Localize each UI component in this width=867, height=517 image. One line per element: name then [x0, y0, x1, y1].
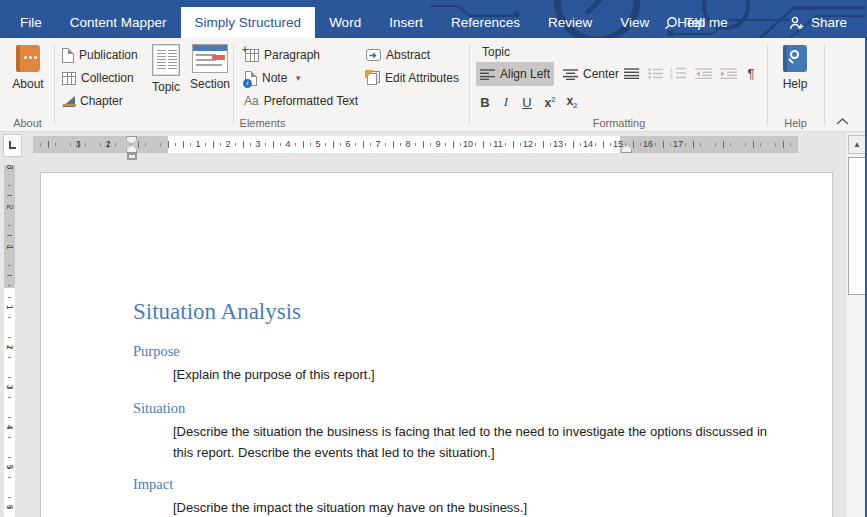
- tab-simply-structured[interactable]: Simply Structured: [181, 7, 316, 38]
- left-indent-marker[interactable]: [127, 153, 137, 160]
- doc-body-impact: [Describe the impact the situation may h…: [173, 497, 773, 517]
- show-formatting-marks-button[interactable]: ¶: [742, 62, 760, 84]
- note-dropdown-caret-icon[interactable]: ▼: [294, 74, 302, 83]
- paragraph-label: Paragraph: [264, 48, 320, 62]
- about-button[interactable]: About: [5, 41, 51, 111]
- bold-icon: B: [480, 95, 489, 110]
- ribbon-group-formatting: Topic Align Left Center: [470, 38, 768, 131]
- edit-attributes-icon: [366, 71, 380, 85]
- justify-button[interactable]: [620, 62, 642, 84]
- info-badge-icon: i: [243, 79, 252, 88]
- horizontal-ruler: 32 123456789101112131415 1617: [33, 136, 798, 153]
- vruler-numbers-top: 321: [4, 147, 15, 267]
- note-page-icon: i: [245, 71, 257, 86]
- ribbon-tabs: File Content Mapper Simply Structured Wo…: [6, 7, 719, 38]
- italic-button[interactable]: I: [498, 91, 514, 113]
- doc-heading-impact: Impact: [133, 476, 832, 493]
- abstract-label: Abstract: [386, 48, 430, 62]
- publication-button[interactable]: Publication: [62, 44, 138, 66]
- document-page[interactable]: Situation Analysis Purpose [Explain the …: [40, 172, 833, 517]
- elements-group-label: Elements: [55, 117, 470, 129]
- chapter-icon: [62, 96, 75, 107]
- increase-indent-button[interactable]: [716, 62, 740, 84]
- preformatted-text-label: Preformatted Text: [264, 94, 359, 108]
- chapter-label: Chapter: [80, 94, 123, 108]
- topic-label: Topic: [152, 80, 180, 94]
- section-document-icon: [193, 45, 227, 72]
- tab-file[interactable]: File: [6, 7, 56, 38]
- ruler-numbers-main: 123456789101112131415: [183, 136, 633, 153]
- aa-icon: Aa: [244, 94, 259, 108]
- collection-button[interactable]: Collection: [62, 67, 134, 89]
- ribbon-group-help: Help Help: [768, 38, 823, 131]
- tell-me-button[interactable]: Tell me: [664, 7, 728, 38]
- note-label: Note: [262, 71, 287, 85]
- doc-title: Situation Analysis: [133, 299, 832, 325]
- underline-button[interactable]: U: [518, 91, 536, 113]
- ribbon-group-about: About About: [0, 38, 55, 131]
- paragraph-button[interactable]: + Paragraph: [245, 44, 320, 66]
- align-center-icon: [563, 69, 578, 80]
- current-style-label: Topic: [482, 45, 510, 59]
- ruler-numbers-left: 32: [63, 136, 123, 153]
- collapse-ribbon-chevron-icon[interactable]: [836, 118, 849, 125]
- tab-content-mapper[interactable]: Content Mapper: [56, 7, 181, 38]
- vertical-scrollbar[interactable]: ▲: [845, 133, 867, 517]
- tab-references[interactable]: References: [437, 7, 534, 38]
- tab-review[interactable]: Review: [534, 7, 606, 38]
- tell-me-label: Tell me: [685, 7, 728, 38]
- document-content: Situation Analysis Purpose [Explain the …: [41, 173, 832, 517]
- title-tab-bar: File Content Mapper Simply Structured Wo…: [0, 0, 867, 38]
- bullet-list-icon: [648, 68, 663, 79]
- note-button[interactable]: i Note ▼: [245, 67, 302, 89]
- bold-button[interactable]: B: [476, 91, 494, 113]
- help-button[interactable]: Help: [772, 41, 818, 111]
- chapter-button[interactable]: Chapter: [62, 90, 123, 112]
- magnifier-icon: [664, 16, 678, 30]
- tab-insert[interactable]: Insert: [375, 7, 437, 38]
- scrollbar-thumb[interactable]: [848, 157, 866, 295]
- topic-document-icon: [153, 45, 179, 75]
- collection-grid-icon: [62, 72, 76, 85]
- superscript-button[interactable]: x2: [540, 91, 560, 113]
- subscript-button[interactable]: x2: [562, 91, 582, 113]
- decrease-indent-button[interactable]: [691, 62, 715, 84]
- tab-view[interactable]: View: [606, 7, 663, 38]
- abstract-button[interactable]: ➜ Abstract: [366, 44, 430, 66]
- align-left-icon: [480, 69, 495, 80]
- share-label: Share: [811, 7, 847, 38]
- scroll-up-button[interactable]: ▲: [848, 135, 866, 154]
- publication-page-icon: [62, 48, 74, 63]
- edit-attributes-button[interactable]: Edit Attributes: [366, 67, 459, 89]
- center-button[interactable]: Center: [559, 62, 623, 86]
- group-separator: [824, 44, 825, 125]
- center-label: Center: [583, 67, 619, 81]
- about-book-icon: [16, 45, 40, 72]
- publication-label: Publication: [79, 48, 138, 62]
- numbered-list-icon: 123: [670, 67, 686, 79]
- collection-label: Collection: [81, 71, 134, 85]
- share-person-icon: [789, 16, 804, 30]
- numbered-list-button[interactable]: 123: [666, 62, 690, 84]
- topic-button[interactable]: Topic: [147, 41, 185, 111]
- doc-heading-purpose: Purpose: [133, 343, 832, 360]
- superscript-icon: x2: [544, 95, 555, 110]
- align-left-button[interactable]: Align Left: [476, 62, 554, 86]
- section-label: Section: [190, 77, 230, 91]
- bullet-list-button[interactable]: [644, 62, 666, 84]
- edit-attributes-label: Edit Attributes: [385, 71, 459, 85]
- doc-body-purpose: [Explain the purpose of this report.]: [173, 364, 773, 385]
- tab-word[interactable]: Word: [315, 7, 375, 38]
- paragraph-grid-icon: +: [245, 49, 259, 62]
- preformatted-text-button[interactable]: Aa Preformatted Text: [244, 90, 358, 112]
- pilcrow-icon: ¶: [748, 66, 755, 81]
- magnifier-glyph-icon: [790, 50, 799, 59]
- share-button[interactable]: Share: [789, 7, 847, 38]
- ribbon: About About Publication Collection Chapt…: [0, 38, 867, 132]
- formatting-group-label: Formatting: [470, 117, 768, 129]
- increase-indent-icon: [720, 68, 737, 79]
- doc-heading-situation: Situation: [133, 400, 832, 417]
- svg-text:3: 3: [670, 75, 673, 79]
- help-group-label: Help: [768, 117, 823, 129]
- section-button[interactable]: Section: [186, 41, 234, 111]
